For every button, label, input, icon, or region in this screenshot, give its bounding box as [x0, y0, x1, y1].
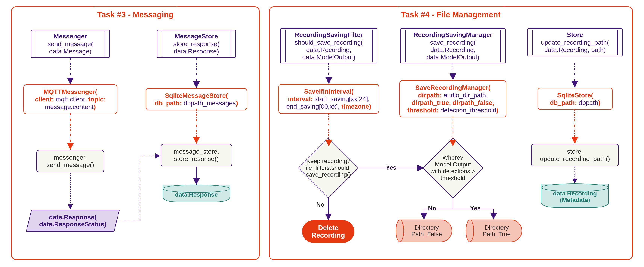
k: ) — [369, 103, 371, 110]
k: client: — [35, 96, 54, 103]
data-response-status: data.Response( data.ResponseStatus) — [26, 210, 120, 232]
call-update-recording-path: store. update_recording_path() — [531, 144, 619, 166]
if-title: Store — [534, 31, 616, 39]
k: threshold: — [408, 107, 438, 114]
dir-path-false: Directory Path_False — [396, 219, 452, 242]
impl-saveifininterval: SaveIfInInterval( interval: start_saving… — [278, 84, 379, 114]
interface-recordingsavingfilter: RecordingSavingFilter should_save_record… — [280, 28, 377, 64]
decision-where: Where? Model Output with detections > th… — [423, 138, 483, 198]
label-no2: No — [427, 205, 437, 212]
call-send-message: messenger. send_message() — [36, 150, 104, 172]
if-body: should_save_recording( data.Recording, d… — [287, 39, 370, 61]
if-body: send_message( data.Message) — [38, 40, 103, 55]
k: dirpath: — [418, 92, 442, 99]
if-body: update_recording_path( data.Recording, p… — [534, 39, 616, 54]
k: ) — [94, 103, 96, 110]
db-cap — [162, 184, 230, 193]
k: SqliteMessageStore( — [165, 92, 228, 99]
k: SaveIfInInterval( — [304, 88, 354, 95]
cyl-body: Directory Path_False — [400, 219, 452, 242]
if-title: Messenger — [38, 33, 103, 40]
panel4-title: Task #4 - File Management — [397, 7, 504, 19]
interface-recordingsavingmanager: RecordingSavingManager save_recording( d… — [400, 28, 506, 64]
call-store-response: message_store. store_resonse() — [160, 144, 232, 166]
cyl-cap — [396, 219, 404, 242]
if-body: store_response( data.Response) — [164, 40, 229, 55]
impl-sqlitemessagestore: SqliteMessageStore( db_path: dbpath_mess… — [146, 88, 247, 110]
impl-mqttmessenger: MQTTMessenger( client: mqtt.client, topi… — [23, 84, 117, 114]
k: timezone — [341, 103, 369, 110]
cyl-cap — [466, 219, 474, 242]
k: SaveRecordingManager( — [416, 84, 490, 91]
db-label: data.Recording (Metadata) — [544, 190, 606, 203]
if-title: RecordingSavingManager — [407, 31, 498, 39]
v: message.content — [45, 103, 94, 110]
v: audio_dir_path, — [442, 92, 488, 99]
k: interval: — [288, 95, 313, 102]
k: ) — [236, 99, 238, 107]
k: db_path: — [550, 99, 577, 106]
dir-path-true: Directory Path_True — [466, 219, 522, 242]
k: dirpath_true, dirpath_false, — [412, 99, 494, 106]
v: dbpath — [577, 99, 598, 106]
k: ) — [496, 107, 498, 114]
decision-text: Where? Model Output with detections > th… — [423, 138, 483, 198]
k: ) — [598, 99, 600, 106]
v: mqtt.client, — [54, 96, 88, 103]
panel-task4: Task #4 - File Management RecordingSavin… — [269, 7, 633, 260]
label-yes1: Yes — [385, 164, 397, 171]
decision-text: Keep recording? file_filters.should_ sav… — [298, 138, 358, 198]
db-cap — [541, 183, 609, 192]
k: topic: — [88, 96, 106, 103]
if-body: save_recording( data.Recording, data.Mod… — [407, 39, 498, 61]
interface-messagestore: MessageStore store_response( data.Respon… — [157, 30, 236, 58]
interface-store: Store update_recording_path( data.Record… — [528, 28, 622, 56]
para-text: data.Response( data.ResponseStatus) — [35, 214, 111, 228]
db-data-recording: data.Recording (Metadata) — [541, 184, 609, 208]
v: detection_threshold — [438, 107, 496, 114]
interface-messenger: Messenger send_message( data.Message) — [31, 30, 110, 58]
v: start_saving[xx,24], — [313, 95, 370, 102]
k: db_path: — [155, 99, 182, 107]
panel-task3: Task #3 - Messaging Messenger send_messa… — [11, 7, 260, 260]
panel3-title: Task #3 - Messaging — [94, 7, 177, 19]
impl-sqlitestore: SqliteStore( db_path: dbpath) — [538, 88, 613, 110]
k: MQTTMessenger( — [44, 88, 97, 95]
if-title: RecordingSavingFilter — [287, 31, 370, 39]
label-no1: No — [316, 201, 325, 208]
db-data-response: data.Response — [162, 185, 230, 202]
if-title: MessageStore — [164, 33, 229, 40]
k: SqliteStore( — [557, 92, 593, 99]
decision-keep-recording: Keep recording? file_filters.should_ sav… — [298, 138, 358, 198]
cyl-label: Directory Path_False — [410, 224, 442, 237]
label-yes2: Yes — [470, 205, 481, 212]
delete-recording: Delete Recording — [302, 220, 354, 243]
cyl-body: Directory Path_True — [470, 219, 522, 242]
v: end_saving[00,xx], — [286, 103, 341, 110]
v: dbpath_messages — [182, 99, 236, 107]
impl-saverecordingmanager: SaveRecordingManager( dirpath: audio_dir… — [400, 80, 506, 118]
cyl-label: Directory Path_True — [481, 224, 510, 237]
